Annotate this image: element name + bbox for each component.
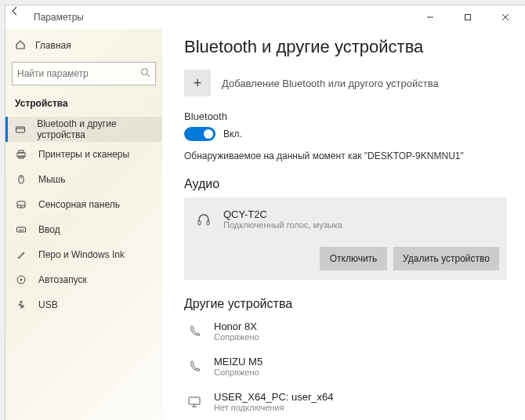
home-icon (15, 39, 26, 52)
svg-point-23 (19, 304, 20, 306)
disconnect-button[interactable]: Отключить (320, 247, 387, 270)
sidebar-item-label: Ввод (38, 224, 60, 235)
home-label: Главная (35, 40, 71, 51)
phone-icon (186, 360, 203, 374)
minimize-button[interactable] (413, 6, 447, 28)
settings-window: Параметры Главная Устройства (5, 5, 525, 420)
svg-line-5 (147, 74, 150, 78)
audio-heading: Аудио (184, 177, 507, 191)
main-content: Bluetooth и другие устройства + Добавлен… (162, 29, 525, 420)
sidebar-item-bluetooth[interactable]: Bluetooth и другие устройства (5, 117, 162, 142)
svg-rect-27 (189, 397, 200, 404)
sidebar-item-label: Bluetooth и другие устройства (37, 118, 153, 140)
bluetooth-toggle[interactable] (184, 127, 215, 141)
bluetooth-section-label: Bluetooth (184, 110, 507, 122)
page-title: Bluetooth и другие устройства (184, 37, 507, 57)
titlebar: Параметры (5, 5, 525, 29)
window-title: Параметры (34, 12, 84, 23)
add-device-row[interactable]: + Добавление Bluetooth или другого устро… (184, 70, 507, 96)
device-name: Honor 8X (214, 320, 259, 332)
back-icon[interactable] (9, 5, 20, 20)
maximize-button[interactable] (451, 6, 485, 28)
sidebar-item-label: Сенсорная панель (38, 199, 120, 210)
svg-rect-1 (465, 15, 471, 20)
headphones-icon (195, 212, 212, 227)
sidebar: Главная Устройства Bluetooth и другие ус… (5, 29, 162, 420)
phone-icon (186, 324, 203, 339)
bluetooth-state: Вкл. (223, 129, 242, 139)
svg-rect-6 (16, 127, 25, 132)
audio-device-card[interactable]: QCY-T2C Подключенный голос, музыка Отклю… (184, 197, 507, 280)
search-field[interactable] (17, 68, 140, 79)
close-button[interactable] (488, 6, 523, 28)
home-link[interactable]: Главная (5, 32, 162, 59)
svg-point-18 (21, 229, 22, 230)
sidebar-item-label: Принтеры и сканеры (38, 149, 129, 160)
category-title: Устройства (5, 93, 162, 117)
device-row[interactable]: MEIZU M5 Сопряжено (184, 353, 507, 380)
device-sub: Нет подключения (214, 403, 333, 412)
monitor-icon (186, 395, 203, 409)
discoverable-text: Обнаруживаемое на данный момент как "DES… (184, 150, 507, 161)
usb-icon (15, 299, 27, 311)
device-name: USER_X64_PC: user_x64 (214, 391, 333, 403)
sidebar-item-pen[interactable]: Перо и Windows Ink (5, 242, 162, 267)
audio-device-name: QCY-T2C (223, 208, 342, 220)
device-name: MEIZU M5 (214, 356, 262, 368)
sidebar-item-label: Перо и Windows Ink (38, 249, 125, 260)
mouse-icon (15, 173, 27, 186)
sidebar-item-autoplay[interactable]: Автозапуск (5, 267, 162, 292)
audio-device-sub: Подключенный голос, музыка (223, 220, 342, 230)
touchpad-icon (15, 198, 27, 211)
autoplay-icon (15, 273, 27, 286)
sidebar-item-touchpad[interactable]: Сенсорная панель (5, 192, 162, 217)
svg-rect-24 (22, 306, 24, 307)
add-device-label: Добавление Bluetooth или другого устройс… (222, 78, 439, 89)
sidebar-item-mouse[interactable]: Мышь (5, 167, 162, 192)
device-sub: Сопряжено (214, 368, 262, 377)
other-devices-heading: Другие устройства (184, 297, 507, 311)
device-sub: Сопряжено (214, 332, 259, 342)
remove-device-button[interactable]: Удалить устройство (393, 247, 499, 270)
printer-icon (15, 148, 27, 161)
svg-point-19 (24, 229, 24, 230)
sidebar-item-usb[interactable]: USB (5, 292, 162, 317)
pen-icon (15, 248, 27, 261)
sidebar-item-printers[interactable]: Принтеры и сканеры (5, 142, 162, 167)
device-row[interactable]: USER_X64_PC: user_x64 Нет подключения (184, 388, 507, 415)
svg-rect-16 (17, 227, 26, 232)
device-row[interactable]: Honor 8X Сопряжено (184, 317, 507, 345)
sidebar-item-label: Автозапуск (38, 274, 87, 285)
search-icon (140, 67, 150, 81)
svg-rect-9 (19, 150, 24, 153)
plus-icon: + (184, 70, 211, 96)
sidebar-item-label: Мышь (38, 174, 66, 185)
sidebar-item-typing[interactable]: Ввод (5, 217, 162, 242)
keyboard-icon (15, 223, 27, 236)
bluetooth-icon (15, 123, 26, 136)
sidebar-item-label: USB (38, 299, 58, 310)
search-input[interactable] (12, 62, 156, 85)
svg-point-4 (142, 69, 148, 75)
svg-point-17 (19, 229, 20, 230)
